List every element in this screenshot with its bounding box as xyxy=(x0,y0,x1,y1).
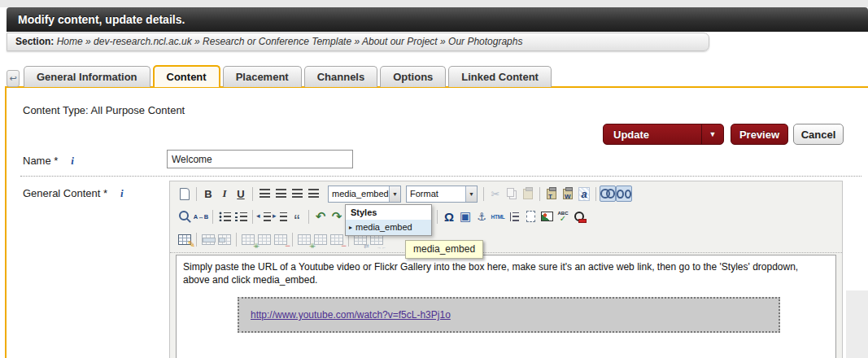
tab-general-information[interactable]: General Information xyxy=(24,66,150,87)
name-info-icon[interactable]: i xyxy=(71,155,74,168)
outdent-icon[interactable] xyxy=(256,208,273,225)
styles-dropdown-header: Styles xyxy=(346,205,431,220)
tab-options[interactable]: Options xyxy=(380,66,446,87)
cancel-button[interactable]: Cancel xyxy=(793,124,844,145)
update-button-label: Update xyxy=(604,129,701,141)
special-character-icon[interactable] xyxy=(441,208,457,225)
name-input[interactable] xyxy=(167,150,353,168)
styles-dropdown-panel: Styles ▸ media_embed xyxy=(345,204,432,236)
bullet-list-icon[interactable] xyxy=(216,208,233,225)
find-icon[interactable] xyxy=(177,208,193,225)
insert-image-icon[interactable] xyxy=(539,208,555,225)
update-button[interactable]: Update ▼ xyxy=(603,124,724,145)
content-type-label: Content Type: All Purpose Content xyxy=(23,104,185,116)
update-dropdown-arrow-icon[interactable]: ▼ xyxy=(701,124,723,144)
cancel-button-label: Cancel xyxy=(801,129,836,141)
styles-select-arrow-icon[interactable]: ▼ xyxy=(389,186,400,202)
collapse-tabs-button[interactable]: ↩ xyxy=(7,70,20,87)
align-right-icon[interactable] xyxy=(289,186,305,202)
tab-content[interactable]: Content xyxy=(153,65,220,87)
styles-select-value: media_embed xyxy=(329,189,389,199)
rich-text-editor: media_embed ▼ Format ▼ T W xyxy=(169,181,843,358)
editor-paragraph: Simply paste the URL of a Youtube video … xyxy=(177,255,831,287)
preview-button[interactable]: Preview xyxy=(731,124,788,145)
align-left-icon[interactable] xyxy=(256,186,273,202)
page-title: Modify content, update details. xyxy=(7,7,868,32)
attributes-icon[interactable] xyxy=(506,208,522,225)
html-source-icon[interactable] xyxy=(490,208,506,225)
blockquote-icon[interactable] xyxy=(289,208,305,225)
editor-content-area[interactable]: Simply paste the URL of a Youtube video … xyxy=(176,255,836,358)
styles-dropdown-item-media-embed[interactable]: ▸ media_embed xyxy=(346,220,431,235)
name-field-label: Name * i xyxy=(23,155,74,168)
youtube-link[interactable]: http://www.youtube.com/watch?v=f5cL-h3Pj… xyxy=(251,309,451,321)
breadcrumb-path: Home » dev-research.ncl.ac.uk » Research… xyxy=(57,36,523,47)
paste-as-text-icon[interactable]: T xyxy=(543,186,560,202)
align-justify-icon[interactable] xyxy=(305,186,321,202)
cut-icon[interactable] xyxy=(487,186,504,202)
italic-icon[interactable] xyxy=(216,186,233,202)
format-select-value: Format xyxy=(407,189,465,199)
insert-row-before-icon[interactable] xyxy=(240,231,256,247)
table-row-properties-icon[interactable] xyxy=(200,231,216,247)
cleanup-icon[interactable] xyxy=(576,186,592,202)
insert-link-icon[interactable] xyxy=(600,186,616,202)
undo-icon[interactable] xyxy=(312,208,329,225)
tab-channels[interactable]: Channels xyxy=(304,66,378,87)
editor-toolbar-row1: media_embed ▼ Format ▼ T W xyxy=(177,184,632,203)
delete-row-icon[interactable] xyxy=(273,231,289,247)
copy-icon[interactable] xyxy=(504,186,520,202)
table-insert-edit-icon[interactable] xyxy=(177,231,193,247)
tab-placement[interactable]: Placement xyxy=(223,66,302,87)
accent-line-left xyxy=(5,86,7,358)
styles-dropdown-item-label: media_embed xyxy=(355,222,412,232)
back-arrow-icon: ↩ xyxy=(9,73,16,84)
insert-column-before-icon[interactable] xyxy=(296,231,312,247)
indent-icon[interactable] xyxy=(273,208,289,225)
align-center-icon[interactable] xyxy=(273,186,289,202)
general-content-field-label: General Content * i xyxy=(23,187,124,200)
format-select-arrow-icon[interactable]: ▼ xyxy=(465,186,477,202)
form-row-separator xyxy=(20,176,861,177)
general-content-label-text: General Content * xyxy=(23,187,107,199)
insert-media-icon[interactable] xyxy=(571,208,587,225)
format-select[interactable]: Format ▼ xyxy=(406,186,478,203)
tab-bar: ↩ General Information Content Placement … xyxy=(7,65,554,87)
general-content-info-icon[interactable]: i xyxy=(120,187,124,200)
table-cell-properties-icon[interactable] xyxy=(216,231,233,247)
spellcheck-icon[interactable] xyxy=(555,208,571,225)
paste-from-word-icon[interactable]: W xyxy=(560,186,576,202)
underline-icon[interactable] xyxy=(233,186,249,202)
template-icon[interactable] xyxy=(522,208,539,225)
new-document-icon[interactable] xyxy=(177,186,193,202)
preview-button-label: Preview xyxy=(739,129,779,141)
right-edge-panel xyxy=(846,290,868,358)
delete-column-icon[interactable] xyxy=(329,231,345,247)
numbered-list-icon[interactable] xyxy=(233,208,249,225)
styles-select[interactable]: media_embed ▼ xyxy=(328,186,401,203)
browser-edge-strip xyxy=(0,0,868,7)
redo-icon[interactable] xyxy=(329,208,345,225)
tab-linked-content[interactable]: Linked Content xyxy=(448,66,552,87)
toolbar-content-separator xyxy=(170,252,842,253)
page: Modify content, update details. Section:… xyxy=(0,0,868,358)
paste-icon[interactable] xyxy=(520,186,536,202)
breadcrumb-label: Section: xyxy=(15,36,54,47)
find-replace-icon[interactable] xyxy=(193,208,209,225)
media-embed-tooltip: media_embed xyxy=(405,240,483,259)
media-embed-selection-box: http://www.youtube.com/watch?v=f5cL-h3Pj… xyxy=(238,297,780,333)
name-label-text: Name * xyxy=(23,155,58,167)
anchor-icon[interactable] xyxy=(473,208,490,225)
bold-icon[interactable] xyxy=(200,186,216,202)
insert-row-after-icon[interactable] xyxy=(256,231,273,247)
submenu-arrow-icon: ▸ xyxy=(349,224,352,231)
insert-column-after-icon[interactable] xyxy=(312,231,329,247)
breadcrumb: Section: Home » dev-research.ncl.ac.uk »… xyxy=(7,33,709,51)
fullscreen-icon[interactable] xyxy=(457,208,473,225)
unlink-icon[interactable] xyxy=(616,186,632,202)
